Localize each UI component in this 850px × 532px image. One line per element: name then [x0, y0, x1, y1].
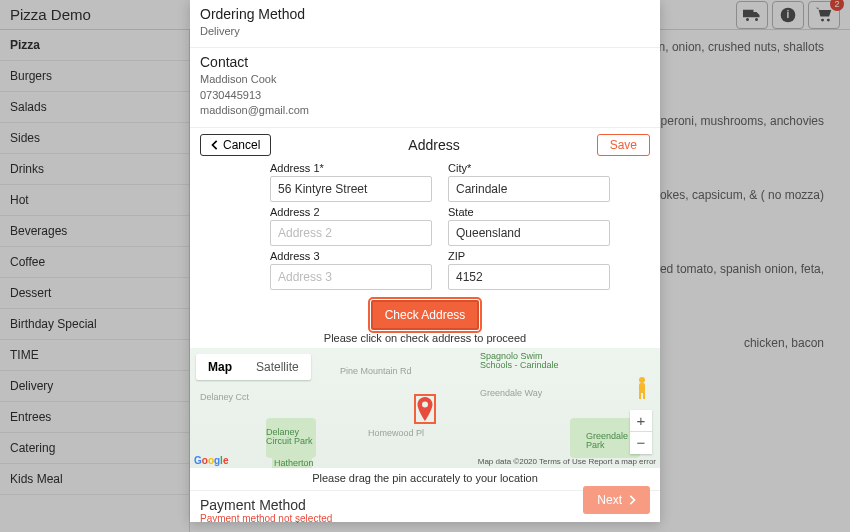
svg-rect-4 [639, 392, 641, 399]
modal-footer: Next [190, 478, 660, 522]
address1-label: Address 1* [270, 162, 432, 174]
map-parklabel-delaney: Delaney Circuit Park [266, 428, 321, 448]
map-road-greendale: Greendale Way [480, 388, 542, 398]
map-zoom: + − [630, 410, 652, 454]
city-input[interactable] [448, 176, 610, 202]
cancel-label: Cancel [223, 138, 260, 152]
next-label: Next [597, 493, 622, 507]
map-road-delaney: Delaney Cct [200, 392, 249, 402]
ordering-method-section[interactable]: Ordering Method Delivery [190, 0, 660, 48]
address3-label: Address 3 [270, 250, 432, 262]
checkout-modal: Ordering Method Delivery Contact Maddiso… [190, 0, 660, 522]
zip-input[interactable] [448, 264, 610, 290]
contact-phone: 0730445913 [200, 88, 650, 103]
pegman-icon [634, 376, 650, 400]
streetview-pegman[interactable] [634, 376, 650, 398]
map-parklabel-hatherton: Hatherton [274, 458, 314, 468]
city-label: City* [448, 162, 610, 174]
address3-input[interactable] [270, 264, 432, 290]
zoom-out-button[interactable]: − [630, 432, 652, 454]
map-pin[interactable] [414, 394, 436, 424]
map-parklabel-swim: Spagnolo Swim Schools - Carindale [480, 352, 570, 372]
contact-email: maddison@gmail.com [200, 103, 650, 118]
ordering-method-heading: Ordering Method [200, 6, 650, 22]
pin-icon [416, 396, 434, 422]
ordering-method-value: Delivery [200, 24, 650, 39]
contact-section[interactable]: Contact Maddison Cook 0730445913 maddiso… [190, 48, 660, 127]
contact-heading: Contact [200, 54, 650, 70]
check-address-button[interactable]: Check Address [371, 300, 480, 330]
state-label: State [448, 206, 610, 218]
contact-name: Maddison Cook [200, 72, 650, 87]
map-road-pine: Pine Mountain Rd [340, 366, 412, 376]
svg-rect-3 [639, 383, 645, 393]
state-input[interactable] [448, 220, 610, 246]
check-address-hint: Please click on check address to proceed [190, 332, 660, 344]
address2-input[interactable] [270, 220, 432, 246]
address1-input[interactable] [270, 176, 432, 202]
map-road-homewood: Homewood Pl [368, 428, 424, 438]
chevron-left-icon [211, 140, 219, 150]
map-type-map[interactable]: Map [196, 354, 244, 380]
map-parklabel-greendale: Greendale Park [586, 432, 636, 452]
zoom-in-button[interactable]: + [630, 410, 652, 432]
map-type-toggle[interactable]: Map Satellite [196, 354, 311, 380]
address-map[interactable]: Pine Mountain Rd Mountain Rd Homewood Pl… [190, 348, 660, 468]
cancel-button[interactable]: Cancel [200, 134, 271, 156]
address2-label: Address 2 [270, 206, 432, 218]
google-logo: Google [194, 455, 228, 466]
map-type-satellite[interactable]: Satellite [244, 354, 311, 380]
svg-rect-5 [643, 392, 645, 399]
address-form: Address 1* City* Address 2 State Address… [190, 162, 660, 294]
next-button[interactable]: Next [583, 486, 650, 514]
zip-label: ZIP [448, 250, 610, 262]
address-header: Cancel Address Save [190, 128, 660, 162]
map-attribution: Map data ©2020 Terms of Use Report a map… [478, 457, 656, 466]
address-title: Address [271, 137, 596, 153]
save-button[interactable]: Save [597, 134, 650, 156]
svg-point-2 [639, 377, 645, 383]
chevron-right-icon [628, 495, 636, 505]
